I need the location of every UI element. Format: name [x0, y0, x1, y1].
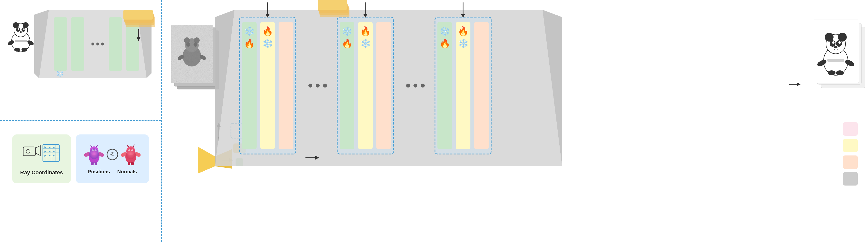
noisy-panda-svg — [171, 25, 222, 95]
svg-rect-74 — [131, 162, 134, 165]
svg-marker-55 — [90, 145, 93, 147]
svg-point-157 — [828, 70, 836, 75]
normals-character — [121, 144, 141, 165]
svg-point-148 — [825, 33, 834, 41]
pos-norm-labels-row: Positions Normals — [88, 169, 137, 175]
svg-point-82 — [184, 37, 190, 43]
small-blocks-right — [841, 122, 860, 195]
svg-marker-47 — [44, 155, 46, 157]
ray-coordinates-icon — [22, 142, 61, 167]
svg-point-34 — [26, 149, 30, 153]
svg-point-3 — [23, 22, 29, 28]
svg-point-152 — [832, 41, 835, 44]
svg-rect-162 — [843, 155, 858, 169]
svg-rect-13 — [15, 40, 27, 42]
svg-marker-45 — [49, 146, 51, 148]
svg-point-149 — [838, 33, 847, 41]
svg-point-12 — [22, 48, 27, 52]
svg-rect-160 — [843, 122, 858, 136]
svg-marker-56 — [96, 145, 98, 147]
stacked-pages-right — [318, 0, 352, 20]
panda-left — [7, 20, 34, 51]
normals-label: Normals — [117, 169, 137, 175]
panda-figure-left — [7, 18, 34, 53]
svg-marker-46 — [53, 151, 55, 153]
svg-marker-31 — [136, 37, 141, 41]
svg-text:❄️: ❄️ — [360, 38, 371, 49]
svg-text:🔥: 🔥 — [244, 38, 255, 49]
arrow-to-output-panda — [789, 81, 802, 88]
svg-point-120 — [413, 84, 417, 88]
svg-point-108 — [308, 84, 312, 88]
svg-text:🔥: 🔥 — [342, 38, 352, 49]
svg-rect-163 — [843, 172, 858, 185]
svg-point-21 — [101, 42, 104, 46]
svg-point-121 — [421, 84, 425, 88]
svg-point-119 — [406, 84, 410, 88]
output-panda-svg — [814, 20, 868, 90]
svg-rect-161 — [843, 139, 858, 152]
ray-coordinates-box: Ray Coordinates — [12, 134, 71, 183]
svg-text:❄️: ❄️ — [439, 26, 451, 36]
svg-text:❄️: ❄️ — [342, 26, 352, 36]
svg-point-59 — [89, 148, 99, 159]
vertical-divider — [161, 0, 162, 242]
svg-rect-29 — [123, 10, 153, 20]
svg-point-84 — [186, 42, 190, 47]
svg-text:❄️: ❄️ — [262, 38, 273, 49]
svg-rect-118 — [376, 22, 391, 149]
svg-point-11 — [14, 48, 20, 52]
output-color-blocks — [841, 122, 860, 191]
horizontal-divider — [0, 120, 161, 121]
svg-point-85 — [193, 42, 197, 47]
positions-character — [84, 144, 104, 165]
arrow-pos-to-funnel — [306, 154, 320, 161]
svg-rect-107 — [279, 22, 293, 149]
svg-text:🔥: 🔥 — [360, 26, 371, 36]
svg-text:🔥: 🔥 — [439, 38, 451, 49]
svg-point-6 — [18, 28, 19, 30]
svg-point-2 — [13, 22, 19, 28]
svg-rect-73 — [128, 162, 130, 165]
svg-point-110 — [323, 84, 327, 88]
svg-point-72 — [126, 148, 135, 159]
svg-marker-44 — [53, 155, 55, 157]
pos-norm-icons-row: © — [84, 144, 141, 165]
svg-rect-22 — [109, 17, 122, 71]
svg-marker-167 — [315, 156, 319, 160]
svg-text:❄️: ❄️ — [458, 38, 469, 49]
bottom-left-section: Ray Coordinates — [5, 127, 161, 237]
svg-marker-42 — [44, 146, 46, 148]
svg-rect-17 — [54, 17, 67, 71]
encoder-section: ❄️ — [7, 5, 159, 115]
svg-point-153 — [838, 41, 841, 44]
svg-rect-32 — [23, 147, 35, 156]
svg-rect-142 — [318, 0, 347, 10]
svg-rect-18 — [71, 17, 84, 71]
arrow-down-from-pages — [135, 29, 142, 41]
ray-coordinates-label: Ray Coordinates — [20, 170, 63, 176]
svg-point-19 — [91, 42, 94, 46]
copyright-symbol: © — [106, 148, 119, 160]
svg-point-20 — [96, 42, 99, 46]
svg-text:🔥: 🔥 — [262, 26, 273, 36]
svg-point-7 — [23, 28, 25, 30]
svg-text:❄️: ❄️ — [244, 26, 255, 36]
svg-marker-33 — [35, 146, 40, 155]
svg-marker-49 — [53, 146, 55, 148]
svg-marker-43 — [49, 151, 51, 153]
svg-marker-68 — [127, 145, 129, 147]
svg-rect-61 — [95, 162, 97, 165]
svg-marker-48 — [44, 151, 46, 153]
big-decoder-svg: ❄️ 🔥 🔥 ❄️ ❄️ 🔥 🔥 ❄️ — [215, 2, 562, 174]
svg-point-158 — [836, 70, 844, 75]
svg-text:❄️: ❄️ — [56, 69, 64, 78]
svg-text:©: © — [111, 151, 114, 157]
positions-normals-box: © — [76, 134, 149, 183]
svg-text:🔥: 🔥 — [458, 26, 469, 36]
stacked-pages-svg — [123, 10, 158, 29]
svg-marker-165 — [797, 82, 801, 86]
noisy-panda-stack — [171, 25, 220, 93]
svg-point-83 — [194, 37, 200, 43]
svg-marker-50 — [49, 155, 51, 157]
